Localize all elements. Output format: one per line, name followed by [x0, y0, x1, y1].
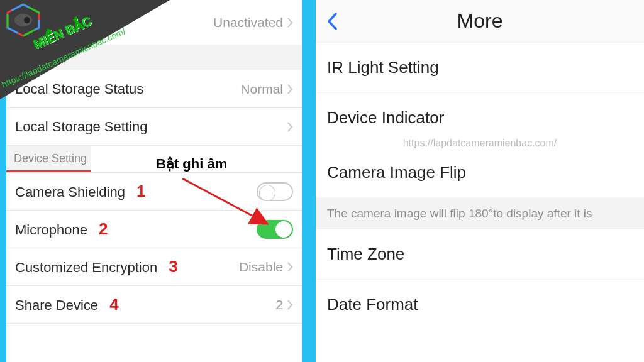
row-label: Camera Image Flip: [327, 163, 466, 182]
row-label: Microphone 2: [15, 219, 108, 239]
row-value-wrap: [287, 121, 293, 133]
page-title: More: [457, 9, 503, 33]
more-header: More: [316, 0, 644, 43]
back-button[interactable]: [326, 11, 338, 34]
chevron-right-icon: [287, 121, 293, 133]
annotation-label: Bật ghi âm: [156, 156, 227, 172]
annotation-number-1: 1: [136, 182, 145, 200]
row-value-wrap: 2: [275, 297, 293, 312]
row-label: Customized Encryption 3: [15, 257, 178, 277]
chevron-right-icon: [287, 84, 293, 95]
row-label: Device Indicator: [327, 108, 444, 127]
section-header-device: Device Setting: [6, 146, 91, 172]
row-label: IR Light Setting: [327, 58, 439, 77]
annotation-arrow-icon: [176, 175, 283, 238]
chevron-right-icon: [287, 261, 293, 273]
chevron-left-icon: [326, 11, 338, 31]
row-time-zone[interactable]: Time Zone: [316, 229, 644, 280]
row-label: Time Zone: [327, 244, 404, 263]
annotation-number-2: 2: [99, 219, 108, 238]
row-customized-encryption[interactable]: Customized Encryption 3 Disable: [6, 248, 302, 286]
section-header-label: tting: [14, 52, 35, 64]
row-ir-light[interactable]: IR Light Setting: [316, 43, 644, 93]
camera-flip-note: The camera image will flip 180°to displa…: [316, 198, 644, 229]
row-device-indicator[interactable]: Device Indicator: [316, 93, 644, 135]
section-header-setting: tting: [6, 45, 302, 70]
section-header-label: Device Setting: [14, 152, 87, 165]
svg-line-6: [182, 178, 267, 224]
chevron-right-icon: [287, 299, 293, 310]
row-label: Share Device 4: [15, 295, 119, 314]
row-label: Date Format: [327, 295, 418, 314]
row-local-storage-status[interactable]: Local Storage Status Normal: [6, 70, 302, 108]
row-value: Unactivated: [213, 15, 283, 30]
row-local-storage-setting[interactable]: Local Storage Setting: [6, 108, 302, 146]
row-camera-flip[interactable]: Camera Image Flip: [316, 154, 644, 198]
left-blue-strip: [0, 0, 6, 362]
row-label: Local Storage Setting: [15, 119, 147, 135]
app-stage: Unactivated tting Local Storage Status N…: [0, 0, 644, 362]
row-label: Local Storage Status: [15, 81, 143, 97]
chevron-right-icon: [287, 17, 293, 28]
annotation-number-4: 4: [109, 295, 118, 314]
row-value: Normal: [240, 82, 283, 97]
row-date-format[interactable]: Date Format: [316, 280, 644, 329]
more-panel-right: More IR Light Setting Device Indicator h…: [316, 0, 644, 362]
row-value-wrap: Unactivated: [213, 15, 293, 30]
row-value: 2: [275, 297, 283, 312]
row-unactivated[interactable]: Unactivated: [6, 0, 302, 45]
row-value-wrap: Normal: [240, 82, 293, 97]
watermark-url-center: https://lapdatcameramienbac.com/: [316, 135, 644, 154]
row-value: Disable: [239, 260, 283, 275]
row-value-wrap: Disable: [239, 260, 293, 275]
row-share-device[interactable]: Share Device 4 2: [6, 286, 302, 324]
center-blue-strip: [302, 0, 316, 362]
annotation-number-3: 3: [169, 257, 177, 276]
row-label: Camera Shielding 1: [15, 182, 145, 201]
